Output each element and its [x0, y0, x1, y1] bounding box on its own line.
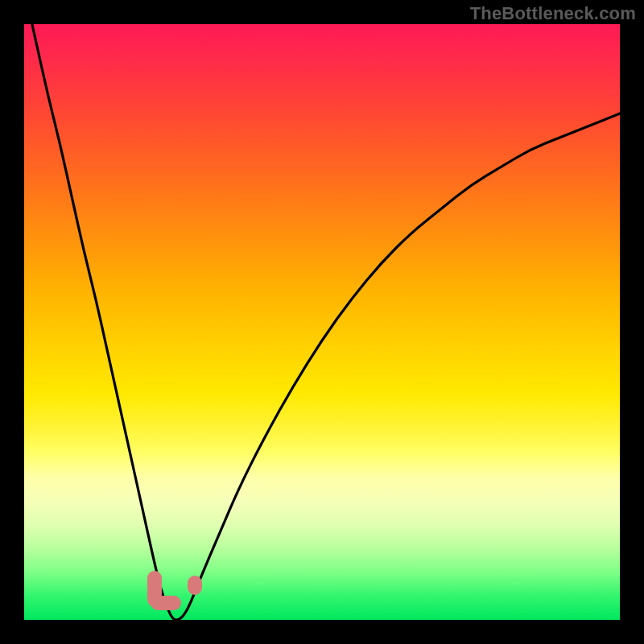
watermark-text: TheBottleneck.com [470, 3, 636, 24]
bottleneck-curve [24, 24, 620, 620]
plot-area [24, 24, 620, 620]
marker-l-bottom [151, 596, 181, 610]
curve-layer [24, 24, 620, 620]
marker-dot [188, 576, 202, 595]
chart-frame: TheBottleneck.com [0, 0, 644, 644]
